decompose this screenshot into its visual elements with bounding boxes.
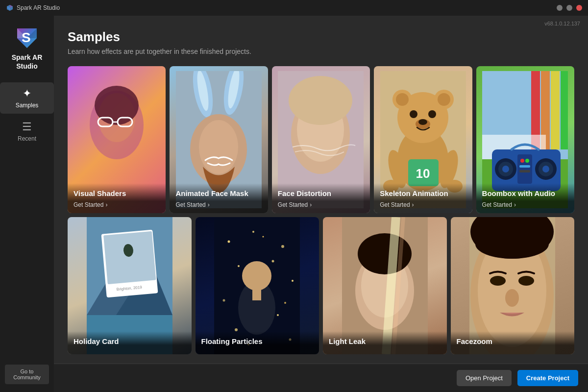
card-holiday-card[interactable]: Brighton, 2019 Holiday Card — [68, 217, 192, 354]
card-floating-title: Floating Particles — [201, 337, 314, 346]
cta-arrow-icon: › — [105, 201, 107, 208]
card-visual-shaders-cta[interactable]: Get Started › — [74, 201, 160, 208]
card-boombox-cta[interactable]: Get Started › — [482, 201, 568, 208]
title-bar: Spark AR Studio — [0, 0, 588, 16]
card-light-leak-overlay: Light Leak — [323, 331, 447, 354]
svg-rect-42 — [551, 71, 560, 149]
page-subtitle: Learn how effects are put together in th… — [68, 48, 574, 55]
community-button[interactable]: Go to Community — [5, 365, 49, 384]
svg-rect-86 — [252, 288, 261, 300]
svg-point-29 — [428, 110, 436, 118]
recent-icon: ☰ — [22, 121, 32, 133]
card-animated-face-overlay: Animated Face Mask Get Started › — [170, 183, 268, 213]
card-animated-face-cta[interactable]: Get Started › — [175, 201, 262, 208]
version-label: v68.1.0.12.137 — [544, 21, 580, 26]
cta-arrow-icon5: › — [514, 201, 516, 208]
svg-text:S: S — [22, 30, 31, 45]
card-boombox-title: Boombox with Audio — [482, 189, 568, 198]
card-facezoom-overlay: Facezoom — [451, 331, 575, 354]
svg-point-53 — [520, 159, 524, 163]
svg-point-27 — [438, 93, 450, 106]
main-content: v68.1.0.12.137 Samples Learn how effects… — [54, 16, 588, 392]
open-project-button[interactable]: Open Project — [457, 370, 512, 386]
card-animated-face-mask[interactable]: Animated Face Mask Get Started › — [170, 66, 268, 213]
svg-point-25 — [396, 93, 409, 106]
svg-rect-52 — [517, 154, 532, 184]
card-visual-shaders[interactable]: Visual Shaders Get Started › — [68, 66, 166, 213]
samples-grid-top: Visual Shaders Get Started › — [68, 66, 574, 213]
svg-point-28 — [410, 110, 417, 118]
svg-point-97 — [475, 229, 549, 259]
app-icon — [6, 4, 14, 12]
card-skeleton-animation[interactable]: 10 Skeleton Animation Get Started › — [374, 66, 472, 213]
maximize-btn[interactable] — [566, 5, 572, 11]
svg-point-69 — [228, 241, 230, 243]
svg-point-20 — [289, 76, 352, 125]
sidebar-item-samples[interactable]: ✦ Samples — [0, 82, 54, 114]
cta-arrow-icon4: › — [412, 201, 414, 208]
create-project-button[interactable]: Create Project — [517, 370, 578, 386]
samples-label: Samples — [16, 102, 39, 109]
card-floating-particles[interactable]: Floating Particles — [196, 217, 319, 354]
samples-grid-bottom: Brighton, 2019 Holiday Card — [68, 217, 574, 354]
sidebar-item-recent[interactable]: ☰ Recent — [0, 116, 54, 147]
svg-rect-63 — [103, 231, 156, 284]
card-skeleton-title: Skeleton Animation — [380, 189, 466, 198]
svg-point-75 — [223, 299, 225, 302]
svg-point-83 — [284, 302, 286, 304]
cta-arrow-icon3: › — [310, 201, 312, 208]
svg-point-54 — [525, 159, 529, 163]
card-face-distortion-title: Face Distortion — [278, 189, 364, 198]
svg-point-85 — [242, 261, 271, 291]
card-visual-shaders-overlay: Visual Shaders Get Started › — [68, 183, 166, 213]
spark-ar-logo: S — [12, 24, 42, 53]
card-facezoom-title: Facezoom — [457, 337, 569, 346]
card-floating-overlay: Floating Particles — [196, 331, 319, 354]
card-face-distortion[interactable]: Face Distortion Get Started › — [272, 66, 370, 213]
recent-label: Recent — [18, 135, 36, 142]
svg-point-100 — [505, 289, 519, 307]
card-holiday-overlay: Holiday Card — [68, 331, 192, 354]
sidebar-brand: Spark AR Studio — [12, 53, 43, 71]
svg-point-78 — [277, 314, 279, 316]
svg-point-72 — [238, 265, 240, 267]
samples-icon: ✦ — [23, 87, 31, 100]
sidebar-nav: ✦ Samples ☰ Recent — [0, 82, 54, 147]
app-title: Spark AR Studio — [17, 4, 60, 11]
svg-point-71 — [281, 245, 284, 248]
svg-point-16 — [199, 120, 238, 174]
svg-point-51 — [542, 166, 549, 172]
cta-arrow-icon2: › — [208, 201, 210, 208]
card-boombox-audio[interactable]: Boombox with Audio Get Started › — [476, 66, 574, 213]
svg-rect-43 — [561, 71, 568, 149]
card-light-leak[interactable]: Light Leak — [323, 217, 447, 354]
page-title: Samples — [68, 29, 574, 45]
card-face-distortion-cta[interactable]: Get Started › — [278, 201, 364, 208]
sidebar-bottom: Go to Community — [0, 365, 54, 392]
svg-point-73 — [272, 260, 274, 263]
svg-point-98 — [490, 276, 506, 286]
card-facezoom[interactable]: Facezoom — [451, 217, 575, 354]
svg-rect-55 — [519, 165, 530, 168]
svg-point-77 — [235, 328, 238, 331]
card-skeleton-overlay: Skeleton Animation Get Started › — [374, 183, 472, 213]
svg-point-99 — [518, 276, 534, 286]
card-light-leak-title: Light Leak — [329, 337, 441, 346]
window-controls — [557, 5, 582, 11]
svg-rect-56 — [519, 170, 530, 172]
svg-point-70 — [252, 231, 254, 233]
card-skeleton-cta[interactable]: Get Started › — [380, 201, 466, 208]
card-animated-face-title: Animated Face Mask — [175, 189, 262, 198]
card-boombox-overlay: Boombox with Audio Get Started › — [476, 183, 574, 213]
minimize-btn[interactable] — [557, 5, 563, 11]
sidebar: S Spark AR Studio ✦ Samples ☰ Recent Go … — [0, 16, 54, 392]
svg-text:10: 10 — [416, 166, 430, 181]
close-btn[interactable] — [576, 5, 582, 11]
svg-point-81 — [263, 236, 264, 238]
svg-point-31 — [418, 119, 427, 125]
card-holiday-title: Holiday Card — [74, 337, 186, 346]
bottom-bar: Open Project Create Project — [54, 364, 588, 392]
card-face-distortion-overlay: Face Distortion Get Started › — [272, 183, 370, 213]
card-visual-shaders-title: Visual Shaders — [74, 189, 160, 198]
svg-point-74 — [292, 280, 294, 282]
